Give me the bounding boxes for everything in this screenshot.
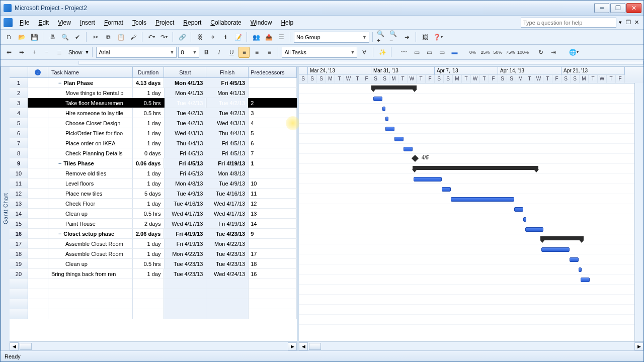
gantt-row[interactable] <box>299 244 643 254</box>
row-info[interactable] <box>28 189 48 198</box>
row-id[interactable]: 13 <box>10 199 28 208</box>
gantt-row[interactable] <box>299 134 643 144</box>
finish-cell[interactable]: Tue 4/2/13 <box>206 108 249 118</box>
copy-picture-icon[interactable]: 🖼 <box>420 32 431 43</box>
row-info[interactable] <box>28 269 48 279</box>
week-header[interactable]: Mar 24, '13 <box>308 67 371 75</box>
collab-icon[interactable]: 🌐▾ <box>568 47 579 58</box>
finish-cell[interactable]: Mon 4/1/13 <box>206 88 249 98</box>
help-icon[interactable]: ❓▾ <box>432 32 443 43</box>
row-info[interactable] <box>28 259 48 268</box>
duration-cell[interactable]: 0.06 days <box>133 158 165 168</box>
pred-cell[interactable]: 5 <box>249 128 297 138</box>
align-center-icon[interactable]: ≡ <box>251 47 262 58</box>
wizard-icon[interactable]: ✨ <box>377 47 388 58</box>
pred-cell[interactable] <box>249 78 297 87</box>
col-task-name[interactable]: Task Name <box>48 67 133 77</box>
task-name-cell[interactable]: Pick/Order Tiles for floo <box>48 128 133 138</box>
t2-icon[interactable]: ▭ <box>424 47 435 58</box>
task-name-cell[interactable]: −Tiles Phase <box>48 158 133 168</box>
paste-icon[interactable]: 📋 <box>115 32 126 43</box>
finish-cell[interactable]: Mon 4/22/13 <box>206 239 249 248</box>
p50-icon[interactable]: 50% <box>492 47 503 58</box>
p0-icon[interactable]: 0% <box>467 47 478 58</box>
spell-icon[interactable]: ✔ <box>72 32 83 43</box>
menu-file[interactable]: File <box>16 17 33 28</box>
print-icon[interactable]: 🖶 <box>47 32 58 43</box>
row-info[interactable] <box>28 88 48 98</box>
underline-icon[interactable]: U <box>226 47 237 58</box>
group-by-combo[interactable]: No Group▼ <box>294 32 369 43</box>
task-name-cell[interactable]: Bring things back from ren <box>48 269 133 279</box>
task-name-cell[interactable]: −Plan Phase <box>48 78 133 87</box>
font-combo[interactable]: Arial▼ <box>96 47 177 58</box>
pred-cell[interactable]: 17 <box>249 249 297 258</box>
finish-cell[interactable]: Wed 4/3/13 <box>206 118 249 128</box>
task-name-cell[interactable]: Clean up <box>48 259 133 268</box>
duration-cell[interactable]: 0.5 hrs <box>133 209 165 218</box>
row-id[interactable]: 5 <box>10 118 28 128</box>
duration-cell[interactable]: 5 days <box>133 189 165 198</box>
pred-cell[interactable]: 14 <box>249 219 297 228</box>
task-bar[interactable] <box>394 137 404 141</box>
finish-cell[interactable]: Tue 4/23/13 <box>206 249 249 258</box>
gantt-row[interactable] <box>299 234 643 244</box>
help-dropdown-icon[interactable]: ▾ <box>616 19 624 26</box>
indent-right-icon[interactable]: ➡ <box>16 47 27 58</box>
table-hscroll[interactable]: ◀ ▶ <box>10 341 297 350</box>
row-id[interactable]: 14 <box>10 209 28 218</box>
gantt-scroll-thumb[interactable] <box>309 343 321 350</box>
task-bar[interactable] <box>404 147 413 151</box>
row-id[interactable]: 4 <box>10 108 28 118</box>
copy-icon[interactable]: ⧉ <box>103 32 114 43</box>
reschedule-icon[interactable]: ⇥ <box>548 47 559 58</box>
start-cell[interactable]: Mon 4/1/13 <box>165 88 207 98</box>
gantt-vscroll[interactable] <box>634 83 643 341</box>
start-cell[interactable]: Fri 4/5/13 <box>164 158 206 168</box>
timeline-header[interactable]: Mar 24, '13Mar 31, '13Apr 7, '13Apr 14, … <box>299 67 643 83</box>
finish-cell[interactable]: Fri 4/5/13 <box>206 78 249 87</box>
row-id[interactable]: 3 <box>10 98 28 108</box>
task-bar[interactable] <box>373 97 382 101</box>
table-row[interactable]: 1−Plan Phase4.13 daysMon 4/1/13Fri 4/5/1… <box>10 78 297 88</box>
week-header[interactable]: Mar 31, '13 <box>371 67 435 75</box>
start-cell[interactable]: Wed 4/17/13 <box>165 219 207 228</box>
row-info[interactable] <box>28 78 48 87</box>
duration-cell[interactable]: 0.5 hrs <box>133 259 165 268</box>
task-name-cell[interactable]: Check Planning Details <box>48 148 133 158</box>
task-name-cell[interactable]: Place order on IKEA <box>48 138 133 148</box>
menu-window[interactable]: Window <box>247 17 276 28</box>
start-cell[interactable]: Fri 4/5/13 <box>165 168 207 178</box>
gantt-row[interactable] <box>299 164 643 174</box>
outdent-left-icon[interactable]: ⬅ <box>4 47 15 58</box>
table-row[interactable] <box>10 279 297 289</box>
duration-cell[interactable]: 1 day <box>133 88 165 98</box>
task-bar[interactable] <box>382 107 385 111</box>
table-row[interactable]: 6Pick/Order Tiles for floo1 dayWed 4/3/1… <box>10 128 297 138</box>
finish-cell[interactable]: Tue 4/2/13 <box>206 98 249 108</box>
row-info[interactable] <box>28 229 48 238</box>
duration-cell[interactable]: 0 days <box>133 148 165 158</box>
table-row[interactable] <box>10 309 297 319</box>
gantt-row[interactable] <box>299 124 643 134</box>
row-id[interactable]: 15 <box>10 219 28 228</box>
update-icon[interactable]: ↻ <box>535 47 546 58</box>
new-icon[interactable]: 🗋 <box>4 32 15 43</box>
duration-cell[interactable]: 0.5 hrs <box>133 98 165 108</box>
start-cell[interactable]: Tue 4/23/13 <box>164 269 206 279</box>
gantt-row[interactable] <box>299 264 643 275</box>
row-id[interactable]: 12 <box>10 189 28 198</box>
close-child-icon[interactable]: ✕ <box>632 19 640 26</box>
col-id[interactable] <box>10 67 28 77</box>
task-bar[interactable] <box>523 217 526 222</box>
task-bar[interactable] <box>581 278 590 282</box>
finish-cell[interactable]: Tue 4/9/13 <box>206 178 249 188</box>
finish-cell[interactable]: Fri 4/19/13 <box>206 219 249 228</box>
menu-report[interactable]: Report <box>179 17 205 28</box>
gantt-scroll-right-icon[interactable]: ▶ <box>634 342 643 350</box>
task-name-cell[interactable]: Check Floor <box>48 199 133 208</box>
summary-bar[interactable] <box>413 166 538 170</box>
row-info[interactable] <box>28 118 48 128</box>
table-row[interactable]: 20Bring things back from ren1 dayTue 4/2… <box>10 269 297 279</box>
task-bar[interactable] <box>579 267 582 272</box>
